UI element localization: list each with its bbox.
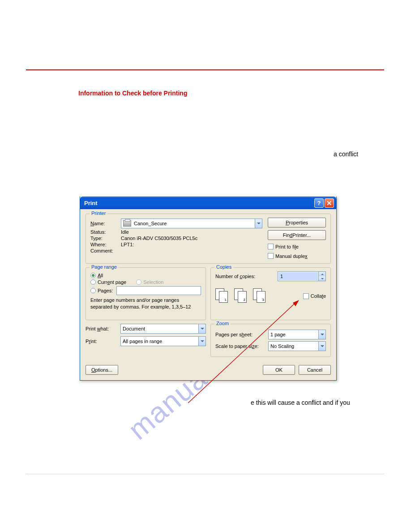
manual-duplex-row[interactable]: Manual duplex	[268, 253, 326, 259]
collate-checkbox[interactable]	[303, 293, 309, 299]
status-value: Idle	[121, 229, 262, 235]
pages-per-sheet-select[interactable]: 1 page	[268, 330, 326, 339]
find-printer-button[interactable]: Find Printer...	[268, 230, 326, 240]
radio-all-label: All	[98, 273, 103, 278]
print-range-value: All pages in range	[123, 339, 162, 344]
chevron-down-icon[interactable]	[318, 342, 325, 351]
printer-icon	[123, 220, 131, 227]
pages-input[interactable]	[116, 286, 201, 295]
radio-pages[interactable]	[90, 288, 96, 293]
document-page: Information to Check before Printing a c…	[0, 0, 411, 532]
pages-per-sheet-label: Pages per sheet:	[215, 332, 265, 337]
chevron-down-icon[interactable]	[318, 330, 325, 339]
options-button[interactable]: Options...	[86, 365, 118, 375]
scale-select[interactable]: No Scaling	[268, 341, 326, 351]
comment-value	[121, 248, 262, 253]
type-label: Type:	[90, 236, 121, 241]
radio-selection	[136, 279, 141, 285]
horizontal-rule	[26, 69, 384, 70]
radio-all[interactable]	[90, 273, 96, 278]
page-range-hint: Enter page numbers and/or page ranges se…	[90, 297, 201, 310]
zoom-group: Zoom Pages per sheet: 1 page Scale to pa…	[210, 324, 331, 357]
num-copies-label: Number of copies:	[215, 274, 275, 279]
page-footer	[26, 474, 384, 505]
dialog-title: Print	[84, 200, 314, 206]
titlebar-controls: ? ✕	[314, 198, 334, 208]
body-fragment-right: a conflict	[334, 150, 358, 158]
status-label: Status:	[90, 229, 121, 235]
spinner-down[interactable]	[319, 276, 325, 281]
print-dialog: Print ? ✕ Printer Name: Canon_Secure	[80, 197, 337, 381]
printer-name-value: Canon_Secure	[134, 221, 167, 226]
lower-left-group: Print what: Document Print: All pages in…	[86, 324, 206, 360]
section-heading: Information to Check before Printing	[78, 90, 187, 97]
dialog-bottom-row: Options... OK Cancel	[86, 365, 331, 375]
print-to-file-checkbox[interactable]	[268, 244, 274, 249]
cancel-button[interactable]: Cancel	[299, 365, 331, 375]
stack-icon: 1 1	[215, 288, 230, 304]
close-button[interactable]: ✕	[325, 198, 334, 208]
collate-label: Collate	[311, 293, 326, 299]
name-label: Name:	[90, 221, 121, 226]
print-what-select[interactable]: Document	[120, 324, 206, 334]
collate-graphic: 1 1 2 2 3 3	[215, 288, 267, 304]
radio-current-page[interactable]	[90, 279, 96, 285]
stack-icon: 2 2	[234, 288, 248, 304]
scale-label: Scale to paper size:	[215, 343, 265, 349]
print-range-select[interactable]: All pages in range	[120, 336, 206, 346]
copies-group: Copies Number of copies: 1	[210, 267, 331, 320]
chevron-down-icon[interactable]	[255, 219, 262, 228]
help-button[interactable]: ?	[314, 198, 324, 208]
print-to-file-row[interactable]: Print to file	[268, 244, 326, 249]
radio-selection-label: Selection	[143, 279, 163, 285]
printer-group: Printer Name: Canon_Secure Status	[86, 214, 331, 264]
print-what-label: Print what:	[86, 326, 118, 331]
radio-current-label: Current page	[98, 279, 126, 285]
chevron-down-icon[interactable]	[198, 324, 206, 333]
properties-button[interactable]: Properties	[268, 218, 326, 227]
page-range-group: Page range All Current page Selection	[86, 267, 206, 320]
chevron-down-icon[interactable]	[198, 337, 206, 346]
spinner-up[interactable]	[319, 272, 325, 276]
num-copies-value: 1	[278, 272, 318, 280]
manual-duplex-label: Manual duplex	[275, 253, 308, 259]
printer-legend: Printer	[90, 210, 107, 216]
print-what-value: Document	[123, 326, 145, 331]
ok-button[interactable]: OK	[263, 365, 295, 375]
manual-duplex-checkbox[interactable]	[268, 253, 274, 259]
type-value: Canon iR-ADV C5030/5035 PCL5c	[121, 236, 262, 241]
zoom-legend: Zoom	[214, 321, 231, 326]
scale-value: No Scaling	[270, 343, 294, 349]
radio-pages-label: Pages:	[98, 288, 116, 293]
body-fragment-bottom: e this will cause a conflict and if you	[251, 399, 350, 406]
pages-per-sheet-value: 1 page	[270, 332, 286, 337]
print-to-file-label: Print to file	[275, 244, 299, 249]
where-value: LPT1:	[121, 242, 262, 247]
comment-label: Comment:	[90, 248, 121, 253]
printer-name-select[interactable]: Canon_Secure	[121, 219, 262, 228]
dialog-body: Printer Name: Canon_Secure Status	[80, 209, 336, 380]
where-label: Where:	[90, 242, 121, 247]
num-copies-spinner[interactable]: 1	[278, 271, 326, 281]
stack-icon: 3 3	[253, 288, 267, 304]
radio-all-row[interactable]: All	[90, 273, 201, 278]
dialog-titlebar[interactable]: Print ? ✕	[80, 197, 336, 209]
copies-legend: Copies	[214, 264, 233, 270]
print-label: Print:	[86, 339, 118, 344]
page-range-legend: Page range	[90, 264, 119, 270]
